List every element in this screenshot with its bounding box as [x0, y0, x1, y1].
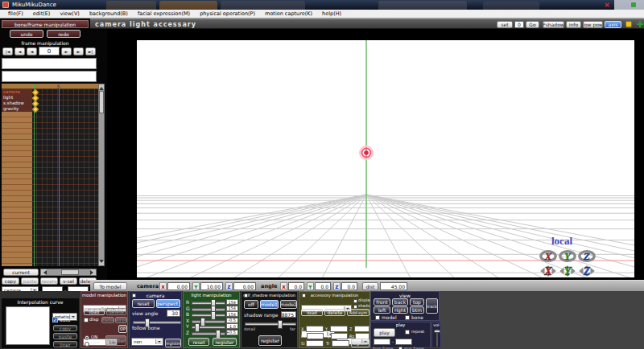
- set-button[interactable]: set: [497, 21, 513, 28]
- scroll-left-icon[interactable]: [41, 269, 47, 275]
- interp-copy-button[interactable]: copy: [53, 325, 77, 331]
- menu-item-edit[interactable]: edit(E): [28, 10, 56, 17]
- acc-ry-input[interactable]: [331, 333, 348, 339]
- hscroll-thumb[interactable]: [61, 269, 79, 275]
- light-z-slider[interactable]: [192, 332, 225, 335]
- camera-x-input[interactable]: 0.00: [167, 282, 190, 290]
- camera-panel-toggle[interactable]: [132, 294, 136, 298]
- light-reset-button[interactable]: reset: [188, 338, 209, 346]
- angle-y-input[interactable]: 0.0: [315, 282, 331, 290]
- acc-z-input[interactable]: [354, 326, 369, 332]
- view-back-button[interactable]: back: [392, 298, 408, 306]
- dist-button[interactable]: dist: [362, 282, 378, 290]
- view-angle-value[interactable]: 30: [167, 310, 180, 317]
- timeline-row-gravity[interactable]: gravity: [2, 106, 32, 112]
- accessory-display-checkbox[interactable]: [353, 299, 357, 303]
- menu-item-help[interactable]: help(H): [317, 10, 346, 17]
- timeline-hscrollbar[interactable]: [40, 269, 97, 276]
- shadow-range-slider[interactable]: [245, 322, 296, 326]
- acc-y-input[interactable]: [330, 326, 348, 332]
- dist-input[interactable]: 45.00: [380, 282, 407, 290]
- view-front-button[interactable]: front: [374, 298, 390, 306]
- frame-prev-button[interactable]: ◄: [27, 47, 37, 55]
- shadow-mode1-button[interactable]: mode1: [260, 300, 279, 309]
- timeline-vscrollbar[interactable]: [98, 84, 105, 266]
- scroll-up-icon[interactable]: [99, 84, 104, 90]
- redo-button[interactable]: redo: [47, 30, 80, 38]
- close-icon[interactable]: ×: [602, 0, 612, 9]
- play-start-input[interactable]: [374, 339, 390, 345]
- vsel-button[interactable]: v-sel: [60, 277, 77, 285]
- plus-icon[interactable]: [637, 21, 643, 27]
- info-button[interactable]: info: [566, 21, 581, 28]
- bone-list-box[interactable]: [2, 58, 97, 69]
- interp-liner-button[interactable]: liner: [53, 341, 77, 347]
- move-x-handle[interactable]: X: [539, 265, 557, 277]
- frame-list-box[interactable]: [2, 71, 97, 82]
- volume-thumb[interactable]: [434, 330, 440, 333]
- scroll-down-icon[interactable]: [99, 260, 104, 265]
- vscroll-thumb[interactable]: [99, 91, 104, 113]
- follow-bone-select[interactable]: non: [131, 338, 163, 346]
- render-area[interactable]: local X Y Z X Y Z: [137, 40, 634, 277]
- move-y-handle[interactable]: Y: [559, 265, 576, 277]
- light-b-slider[interactable]: [192, 314, 225, 317]
- scroll-right-icon[interactable]: [90, 269, 96, 275]
- shadow-off-button[interactable]: off: [244, 300, 258, 309]
- angle-x-input[interactable]: 0.0: [288, 282, 304, 290]
- current-button[interactable]: current: [3, 269, 39, 276]
- view-left-button[interactable]: left: [374, 306, 390, 314]
- model-register-button[interactable]: register: [105, 335, 126, 346]
- acc-tr-input[interactable]: [332, 340, 349, 347]
- screenshot-icon[interactable]: [625, 21, 632, 27]
- frame-first-button[interactable]: |◄: [2, 47, 13, 55]
- go-frame-input[interactable]: 0: [514, 21, 524, 28]
- view-top-button[interactable]: top: [410, 298, 424, 306]
- view-bone-checkbox[interactable]: [405, 315, 410, 320]
- perspective-button[interactable]: perspect.: [156, 299, 180, 308]
- interp-paste-button[interactable]: paste: [53, 333, 77, 339]
- play-end-input[interactable]: [395, 339, 412, 345]
- menu-item-background[interactable]: background(B): [85, 10, 133, 17]
- shadow-register-button[interactable]: register: [258, 335, 282, 346]
- menu-item-motion-capture[interactable]: motion capture(K): [260, 10, 317, 17]
- light-x-slider[interactable]: [192, 320, 225, 323]
- self-shadow-toggle[interactable]: [244, 294, 248, 298]
- interpolation-curve-box[interactable]: [6, 306, 50, 345]
- play-button[interactable]: play: [374, 328, 395, 337]
- auto-checkbox[interactable]: [52, 317, 58, 322]
- to-model-button[interactable]: To model: [93, 282, 127, 290]
- accessory-delete-button[interactable]: delete: [324, 309, 345, 316]
- menu-item-file[interactable]: file(F): [3, 10, 28, 17]
- menu-item-physical-operation[interactable]: physical operation(P): [195, 10, 260, 17]
- frame-number-input[interactable]: 0: [39, 47, 60, 55]
- light-y-slider[interactable]: [192, 326, 225, 329]
- model-addpnt-button[interactable]: add pnt: [115, 317, 127, 323]
- on-radio[interactable]: [85, 335, 89, 340]
- move-z-handle[interactable]: Z: [578, 265, 596, 277]
- camera-register-button[interactable]: register: [165, 339, 181, 347]
- timeline-row-camera[interactable]: camera: [2, 89, 32, 95]
- paste-button[interactable]: paste: [21, 277, 39, 285]
- model-delete-button[interactable]: delete: [106, 308, 126, 315]
- menu-item-view[interactable]: view(V): [55, 10, 85, 17]
- frame-prev5-button[interactable]: ◄: [14, 47, 25, 55]
- undo-button[interactable]: undo: [10, 30, 43, 38]
- fshadow-button[interactable]: Fshadow: [543, 21, 564, 28]
- model-load-button[interactable]: load: [84, 308, 105, 315]
- view-track-button[interactable]: track: [426, 298, 438, 314]
- go-button[interactable]: Go: [526, 21, 539, 28]
- frame-next-button[interactable]: ►: [61, 47, 72, 55]
- view-bottom-button[interactable]: btm: [410, 306, 424, 314]
- view-right-button[interactable]: right: [392, 306, 408, 314]
- timeline-row-light[interactable]: light: [2, 95, 32, 101]
- accessory-register-button[interactable]: register: [351, 339, 369, 347]
- stop-frame-checkbox[interactable]: [398, 347, 402, 349]
- view-angle-slider[interactable]: [133, 321, 181, 324]
- light-register-button[interactable]: register: [213, 338, 237, 346]
- acc-si-input[interactable]: [306, 340, 324, 347]
- timeline[interactable]: 0 5 camera light s.shadow gravity: [2, 84, 105, 266]
- low-power-button[interactable]: low pow: [583, 21, 603, 28]
- menu-item-facial-expression[interactable]: facial expression(M): [133, 10, 195, 17]
- disp-checkbox[interactable]: [84, 318, 89, 322]
